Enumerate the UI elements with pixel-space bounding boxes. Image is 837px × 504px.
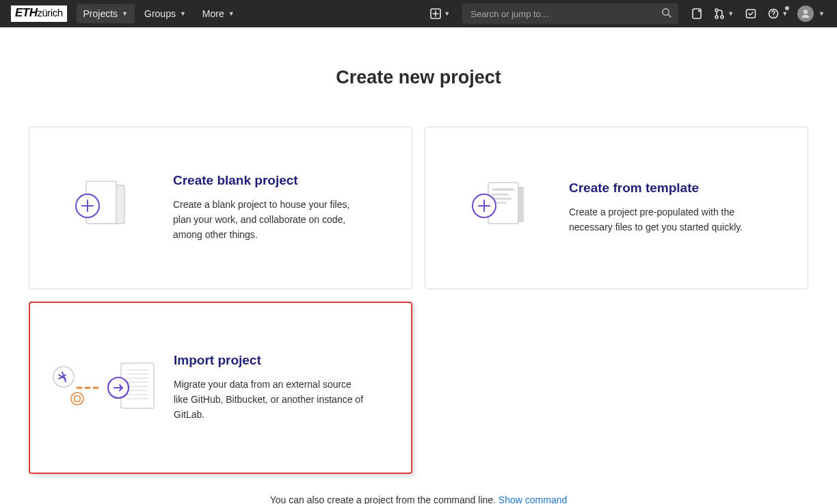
brand-bold: ETH (15, 6, 38, 19)
svg-rect-18 (492, 194, 509, 196)
person-icon (800, 8, 811, 19)
nav-groups[interactable]: Groups ▼ (137, 4, 193, 23)
svg-point-4 (698, 10, 700, 12)
card-blank-title: Create blank project (173, 173, 387, 188)
todo-icon (745, 8, 756, 19)
question-icon (768, 8, 779, 19)
brand-logo[interactable]: ETHzürich (11, 5, 67, 22)
plus-square-icon (430, 8, 441, 19)
user-menu[interactable]: ▼ (793, 3, 826, 24)
new-menu-button[interactable]: ▼ (427, 3, 453, 24)
card-import-desc: Migrate your data from an external sourc… (174, 377, 365, 422)
svg-point-10 (773, 16, 774, 17)
project-options-grid: Create blank project Create a blank proj… (29, 127, 808, 474)
chevron-down-icon: ▼ (728, 10, 734, 17)
chevron-down-icon: ▼ (782, 10, 788, 17)
footer-hint: You can also create a project from the c… (29, 494, 808, 504)
search-wrap (455, 3, 682, 24)
chevron-down-icon: ▼ (228, 10, 235, 17)
help-button[interactable]: ▼ (765, 3, 790, 24)
card-template-desc: Create a project pre-populated with the … (569, 205, 760, 235)
illustration-blank (43, 178, 166, 237)
svg-point-6 (715, 16, 718, 18)
chevron-down-icon: ▼ (444, 10, 450, 17)
nav-groups-label: Groups (144, 8, 176, 19)
chevron-down-icon: ▼ (122, 10, 128, 17)
issue-icon (691, 8, 702, 19)
card-create-blank[interactable]: Create blank project Create a blank proj… (29, 127, 412, 289)
page-title: Create new project (29, 67, 808, 88)
show-command-link[interactable]: Show command (499, 494, 567, 504)
chevron-down-icon: ▼ (819, 10, 825, 17)
avatar (797, 5, 814, 22)
svg-point-11 (803, 10, 808, 14)
svg-point-7 (721, 16, 723, 18)
illustration-import (44, 354, 167, 422)
chevron-down-icon: ▼ (180, 10, 186, 17)
merge-requests-button[interactable]: ▼ (711, 3, 736, 24)
card-import-project[interactable]: Import project Migrate your data from an… (29, 302, 412, 474)
card-create-template[interactable]: Create from template Create a project pr… (425, 127, 808, 289)
card-template-title: Create from template (569, 181, 783, 196)
svg-rect-19 (492, 198, 512, 200)
card-import-title: Import project (174, 353, 386, 368)
svg-point-36 (71, 393, 83, 405)
merge-icon (714, 8, 725, 19)
svg-rect-17 (492, 188, 514, 191)
todos-icon[interactable] (739, 3, 762, 24)
nav-more[interactable]: More ▼ (196, 4, 241, 23)
top-navbar: ETHzürich Projects ▼ Groups ▼ More ▼ ▼ ▼… (0, 0, 837, 27)
brand-rest: zürich (38, 7, 63, 18)
footer-text: You can also create a project from the c… (270, 494, 499, 504)
page-content: Create new project Create blank project … (15, 27, 822, 504)
search-input[interactable] (462, 3, 678, 24)
nav-projects-label: Projects (83, 8, 118, 19)
issues-icon[interactable] (685, 3, 708, 24)
nav-more-label: More (202, 8, 224, 19)
svg-point-5 (715, 9, 718, 12)
nav-projects[interactable]: Projects ▼ (77, 4, 135, 23)
illustration-template (439, 178, 562, 237)
card-blank-desc: Create a blank project to house your fil… (173, 198, 364, 242)
